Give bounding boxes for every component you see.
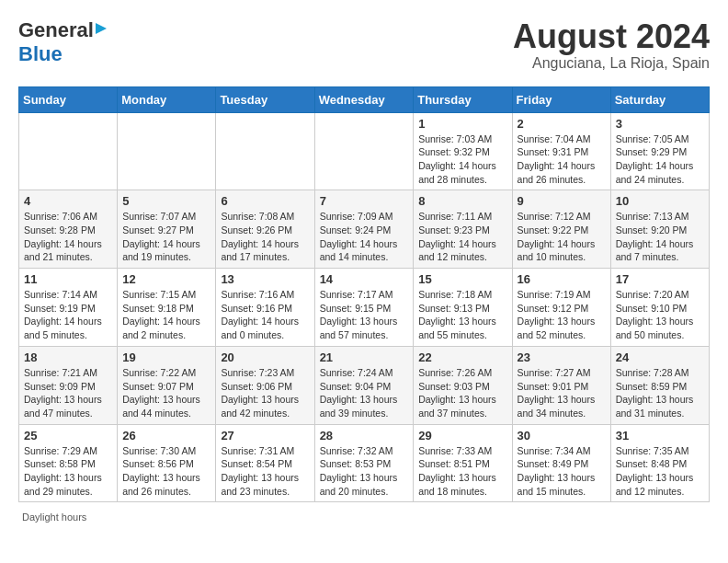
- day-number: 14: [320, 272, 409, 286]
- day-number: 4: [24, 194, 112, 208]
- calendar-cell: [19, 112, 118, 190]
- week-row: 25Sunrise: 7:29 AM Sunset: 8:58 PM Dayli…: [19, 424, 710, 502]
- day-number: 7: [320, 194, 409, 208]
- calendar-cell: 15Sunrise: 7:18 AM Sunset: 9:13 PM Dayli…: [414, 269, 512, 347]
- calendar-cell: 11Sunrise: 7:14 AM Sunset: 9:19 PM Dayli…: [19, 269, 118, 347]
- day-number: 18: [24, 350, 112, 364]
- month-title: August 2024: [513, 18, 710, 55]
- day-number: 17: [616, 272, 704, 286]
- day-info: Sunrise: 7:14 AM Sunset: 9:19 PM Dayligh…: [24, 288, 112, 342]
- calendar-cell: 17Sunrise: 7:20 AM Sunset: 9:10 PM Dayli…: [610, 269, 709, 347]
- day-info: Sunrise: 7:20 AM Sunset: 9:10 PM Dayligh…: [616, 288, 704, 342]
- calendar-cell: 8Sunrise: 7:11 AM Sunset: 9:23 PM Daylig…: [414, 190, 512, 269]
- day-info: Sunrise: 7:28 AM Sunset: 8:59 PM Dayligh…: [616, 366, 704, 420]
- day-number: 31: [616, 429, 704, 442]
- day-number: 10: [616, 194, 704, 208]
- calendar-cell: 31Sunrise: 7:35 AM Sunset: 8:48 PM Dayli…: [610, 424, 709, 502]
- day-number: 13: [221, 272, 309, 286]
- day-number: 21: [320, 350, 409, 364]
- day-info: Sunrise: 7:32 AM Sunset: 8:53 PM Dayligh…: [320, 444, 409, 499]
- day-info: Sunrise: 7:27 AM Sunset: 9:01 PM Dayligh…: [518, 366, 606, 420]
- calendar-body: 1Sunrise: 7:03 AM Sunset: 9:32 PM Daylig…: [19, 112, 710, 502]
- day-info: Sunrise: 7:35 AM Sunset: 8:48 PM Dayligh…: [616, 444, 704, 499]
- day-number: 26: [122, 429, 210, 442]
- daylight-note: Daylight hours: [18, 511, 710, 523]
- title-area: August 2024 Anguciana, La Rioja, Spain: [513, 18, 710, 72]
- header-day-wednesday: Wednesday: [314, 86, 414, 112]
- calendar-cell: 30Sunrise: 7:34 AM Sunset: 8:49 PM Dayli…: [512, 424, 610, 502]
- calendar-cell: 2Sunrise: 7:04 AM Sunset: 9:31 PM Daylig…: [512, 112, 610, 190]
- calendar-cell: 25Sunrise: 7:29 AM Sunset: 8:58 PM Dayli…: [19, 424, 118, 502]
- day-info: Sunrise: 7:29 AM Sunset: 8:58 PM Dayligh…: [24, 444, 112, 499]
- header-day-saturday: Saturday: [610, 86, 709, 112]
- calendar-cell: 23Sunrise: 7:27 AM Sunset: 9:01 PM Dayli…: [512, 346, 610, 424]
- header-day-friday: Friday: [512, 86, 610, 112]
- calendar-cell: 7Sunrise: 7:09 AM Sunset: 9:24 PM Daylig…: [314, 190, 414, 269]
- day-info: Sunrise: 7:13 AM Sunset: 9:20 PM Dayligh…: [616, 210, 704, 264]
- day-number: 19: [122, 350, 210, 364]
- day-info: Sunrise: 7:22 AM Sunset: 9:07 PM Dayligh…: [122, 366, 210, 420]
- day-info: Sunrise: 7:17 AM Sunset: 9:15 PM Dayligh…: [320, 288, 409, 342]
- day-info: Sunrise: 7:12 AM Sunset: 9:22 PM Dayligh…: [518, 210, 606, 264]
- calendar-cell: 20Sunrise: 7:23 AM Sunset: 9:06 PM Dayli…: [216, 346, 314, 424]
- day-info: Sunrise: 7:03 AM Sunset: 9:32 PM Dayligh…: [418, 132, 506, 187]
- day-number: 20: [221, 350, 309, 364]
- day-number: 8: [418, 194, 506, 208]
- day-info: Sunrise: 7:24 AM Sunset: 9:04 PM Dayligh…: [320, 366, 409, 420]
- calendar-table: SundayMondayTuesdayWednesdayThursdayFrid…: [18, 86, 710, 503]
- week-row: 18Sunrise: 7:21 AM Sunset: 9:09 PM Dayli…: [19, 346, 710, 424]
- day-info: Sunrise: 7:26 AM Sunset: 9:03 PM Dayligh…: [418, 366, 506, 420]
- day-number: 22: [418, 350, 506, 364]
- day-number: 25: [24, 429, 112, 442]
- week-row: 11Sunrise: 7:14 AM Sunset: 9:19 PM Dayli…: [19, 269, 710, 347]
- calendar-cell: [118, 112, 216, 190]
- logo: General Blue: [18, 18, 110, 66]
- week-row: 1Sunrise: 7:03 AM Sunset: 9:32 PM Daylig…: [19, 112, 710, 190]
- day-info: Sunrise: 7:11 AM Sunset: 9:23 PM Dayligh…: [418, 210, 506, 264]
- calendar-cell: 3Sunrise: 7:05 AM Sunset: 9:29 PM Daylig…: [610, 112, 709, 190]
- day-number: 5: [122, 194, 210, 208]
- calendar-cell: 14Sunrise: 7:17 AM Sunset: 9:15 PM Dayli…: [314, 269, 414, 347]
- day-info: Sunrise: 7:33 AM Sunset: 8:51 PM Dayligh…: [418, 444, 506, 499]
- day-info: Sunrise: 7:15 AM Sunset: 9:18 PM Dayligh…: [122, 288, 210, 342]
- logo-arrow-icon: [96, 21, 110, 40]
- day-info: Sunrise: 7:23 AM Sunset: 9:06 PM Dayligh…: [221, 366, 309, 420]
- day-info: Sunrise: 7:06 AM Sunset: 9:28 PM Dayligh…: [24, 210, 112, 264]
- day-info: Sunrise: 7:08 AM Sunset: 9:26 PM Dayligh…: [221, 210, 309, 264]
- header-day-monday: Monday: [118, 86, 216, 112]
- day-info: Sunrise: 7:04 AM Sunset: 9:31 PM Dayligh…: [518, 132, 606, 187]
- day-info: Sunrise: 7:31 AM Sunset: 8:54 PM Dayligh…: [221, 444, 309, 499]
- calendar-cell: 26Sunrise: 7:30 AM Sunset: 8:56 PM Dayli…: [118, 424, 216, 502]
- day-number: 12: [122, 272, 210, 286]
- logo-blue-text: Blue: [18, 42, 63, 65]
- calendar-cell: 18Sunrise: 7:21 AM Sunset: 9:09 PM Dayli…: [19, 346, 118, 424]
- day-info: Sunrise: 7:07 AM Sunset: 9:27 PM Dayligh…: [122, 210, 210, 264]
- week-row: 4Sunrise: 7:06 AM Sunset: 9:28 PM Daylig…: [19, 190, 710, 269]
- header-day-tuesday: Tuesday: [216, 86, 314, 112]
- day-info: Sunrise: 7:16 AM Sunset: 9:16 PM Dayligh…: [221, 288, 309, 342]
- svg-marker-0: [96, 23, 107, 34]
- calendar-cell: 9Sunrise: 7:12 AM Sunset: 9:22 PM Daylig…: [512, 190, 610, 269]
- calendar-cell: [216, 112, 314, 190]
- calendar-cell: 29Sunrise: 7:33 AM Sunset: 8:51 PM Dayli…: [414, 424, 512, 502]
- calendar-header: SundayMondayTuesdayWednesdayThursdayFrid…: [19, 86, 710, 112]
- calendar-cell: 6Sunrise: 7:08 AM Sunset: 9:26 PM Daylig…: [216, 190, 314, 269]
- day-number: 11: [24, 272, 112, 286]
- calendar-cell: 12Sunrise: 7:15 AM Sunset: 9:18 PM Dayli…: [118, 269, 216, 347]
- day-info: Sunrise: 7:30 AM Sunset: 8:56 PM Dayligh…: [122, 444, 210, 499]
- day-number: 24: [616, 350, 704, 364]
- day-number: 23: [518, 350, 606, 364]
- calendar-cell: 28Sunrise: 7:32 AM Sunset: 8:53 PM Dayli…: [314, 424, 414, 502]
- day-number: 9: [518, 194, 606, 208]
- day-number: 28: [320, 429, 409, 442]
- location-title: Anguciana, La Rioja, Spain: [513, 55, 710, 72]
- day-info: Sunrise: 7:19 AM Sunset: 9:12 PM Dayligh…: [518, 288, 606, 342]
- day-info: Sunrise: 7:18 AM Sunset: 9:13 PM Dayligh…: [418, 288, 506, 342]
- calendar-cell: 16Sunrise: 7:19 AM Sunset: 9:12 PM Dayli…: [512, 269, 610, 347]
- calendar-cell: 10Sunrise: 7:13 AM Sunset: 9:20 PM Dayli…: [610, 190, 709, 269]
- calendar-cell: 24Sunrise: 7:28 AM Sunset: 8:59 PM Dayli…: [610, 346, 709, 424]
- calendar-cell: 19Sunrise: 7:22 AM Sunset: 9:07 PM Dayli…: [118, 346, 216, 424]
- calendar-cell: 22Sunrise: 7:26 AM Sunset: 9:03 PM Dayli…: [414, 346, 512, 424]
- day-info: Sunrise: 7:09 AM Sunset: 9:24 PM Dayligh…: [320, 210, 409, 264]
- header-row: SundayMondayTuesdayWednesdayThursdayFrid…: [19, 86, 710, 112]
